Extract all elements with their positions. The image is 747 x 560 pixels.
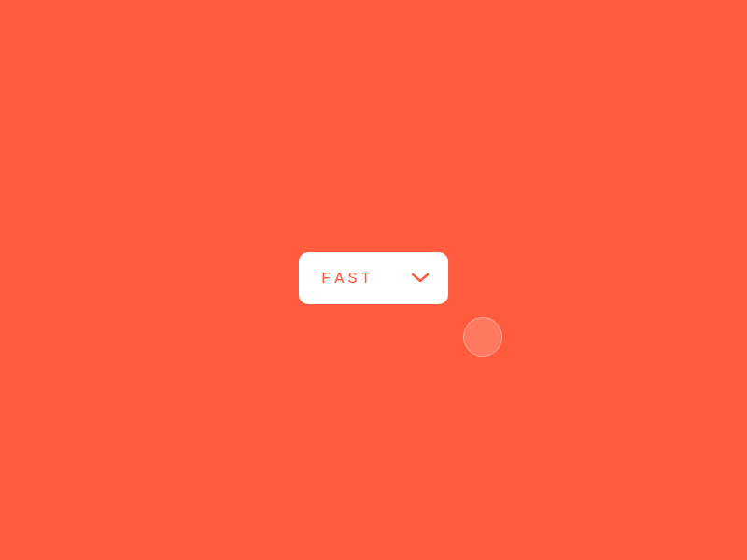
chevron-down-icon <box>411 273 430 284</box>
dropdown-label: FAST <box>321 270 374 287</box>
cursor-indicator <box>463 317 502 357</box>
speed-dropdown[interactable]: FAST <box>299 252 448 304</box>
